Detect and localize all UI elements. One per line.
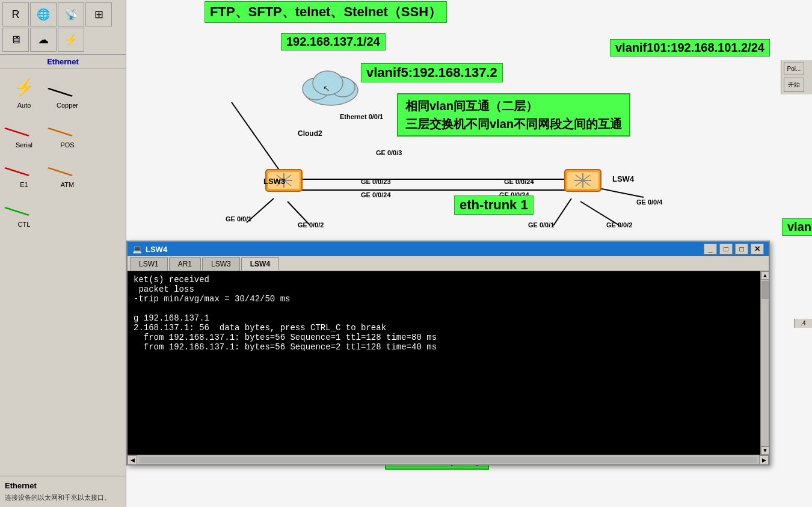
tab-lsw4[interactable]: LSW4	[241, 257, 279, 271]
device-ctl[interactable]: ╲ CTL	[4, 192, 45, 229]
category-label: Ethernet	[0, 55, 126, 69]
ethtrunk-annotation: eth-trunk 1	[454, 195, 534, 215]
right-controls: Poi... 开始	[781, 60, 812, 94]
device-copper[interactable]: ╲ Copper	[47, 73, 88, 110]
ge004-lsw4-label: GE 0/0/4	[636, 198, 662, 206]
ge001-lsw3-label: GE 0/0/1	[226, 215, 251, 223]
terminal-title: LSW4	[146, 245, 167, 254]
maximize-button[interactable]: □	[735, 244, 748, 254]
terminal-line-7: from 192.168.137.1: bytes=56 Sequence=1 …	[134, 333, 763, 342]
poin-button[interactable]: Poi...	[784, 63, 804, 75]
restore-button[interactable]: □	[719, 244, 733, 254]
right-panel-label: .4	[794, 319, 812, 328]
info-desc: 连接设备的以太网和千兆以太接口。	[5, 493, 121, 503]
terminal-line-5: g 192.168.137.1	[134, 313, 763, 323]
pos-icon: ╲	[48, 107, 87, 146]
terminal-content[interactable]: ket(s) received packet loss -trip min/av…	[128, 271, 769, 455]
e1-icon: ╲	[4, 147, 43, 186]
cloud-shape: ↖	[298, 60, 364, 108]
serial-icon: ╲	[4, 107, 43, 146]
vlan-line1: 相同vlan间互通（二层）	[405, 97, 622, 115]
scroll-left-arrow[interactable]: ◀	[128, 455, 137, 465]
terminal-line-1: ket(s) received	[134, 275, 763, 284]
window-controls: _ □ □ ✕	[704, 244, 764, 254]
device-e1[interactable]: ╲ E1	[4, 152, 45, 189]
vlan-line2: 三层交换机不同vlan不同网段之间的互通	[405, 115, 622, 133]
ge0024-top-label: GE 0/0/24	[361, 191, 391, 198]
toolbar-btn-cloud[interactable]: ☁	[30, 28, 57, 52]
scroll-up-arrow[interactable]: ▲	[761, 271, 769, 280]
terminal-line-4	[134, 304, 763, 313]
atm-icon: ╲	[48, 147, 87, 186]
toolbar-btn-bolt[interactable]: ⚡	[58, 28, 84, 52]
copper-icon: ╲	[48, 67, 87, 106]
terminal-line-2: packet loss	[134, 284, 763, 294]
terminal-window: 💻 LSW4 _ □ □ ✕ LSW1 AR1 LSW3 LSW4 ket(s)…	[126, 241, 770, 466]
scroll-down-arrow[interactable]: ▼	[761, 446, 769, 455]
device-atm[interactable]: ╲ ATM	[47, 152, 88, 189]
terminal-line-3: -trip min/avg/max = 30/42/50 ms	[134, 294, 763, 304]
ge003-label: GE 0/0/3	[376, 149, 402, 156]
scroll-track-h[interactable]	[140, 457, 757, 463]
toolbar-btn-grid[interactable]: ⊞	[85, 2, 112, 26]
sidebar: R 🌐 📡 ⊞ 🖥 ☁ ⚡ Ethernet ⚡ Auto ╲ Copper ╲…	[0, 0, 126, 507]
vlan-info-box: 相同vlan间互通（二层） 三层交换机不同vlan不同网段之间的互通	[397, 93, 630, 137]
tab-lsw1[interactable]: LSW1	[130, 257, 168, 271]
toolbar-btn-globe[interactable]: 🌐	[30, 2, 57, 26]
svg-line-5	[553, 198, 571, 226]
terminal-icon: 💻	[132, 245, 142, 254]
terminal-tabs: LSW1 AR1 LSW3 LSW4	[128, 256, 769, 271]
ge002-lsw4-label: GE 0/0/2	[606, 221, 632, 229]
ge002-lsw3-label: GE 0/0/2	[298, 221, 324, 229]
terminal-vscrollbar[interactable]: ▲ ▼	[760, 271, 769, 455]
lsw4-label: LSW4	[612, 174, 634, 183]
toolbar-btn-wifi[interactable]: 📡	[58, 2, 84, 26]
lsw3-label: LSW3	[263, 177, 285, 186]
close-button[interactable]: ✕	[751, 244, 764, 254]
ge0023-label: GE 0/0/23	[361, 178, 391, 185]
toolbar-btn-r[interactable]: R	[2, 2, 29, 26]
scroll-thumb-v[interactable]	[761, 281, 769, 299]
cloud2-label: Cloud2	[298, 129, 322, 138]
tab-lsw3[interactable]: LSW3	[202, 257, 240, 271]
device-pos[interactable]: ╲ POS	[47, 112, 88, 150]
titlebar-left: 💻 LSW4	[132, 245, 167, 254]
svg-text:↖: ↖	[323, 84, 330, 93]
start-button[interactable]: 开始	[784, 78, 804, 92]
vlanif5-annotation: vlanif5:192.168.137.2	[361, 63, 503, 82]
ge0024-right-label: GE 0/0/24	[504, 178, 534, 185]
sidebar-info: Ethernet 连接设备的以太网和千兆以太接口。	[0, 476, 126, 508]
ftp-annotation: FTP、SFTP、telnet、Stelnet（SSH）	[205, 1, 447, 23]
vlan30-annotation: vlan30	[782, 218, 812, 236]
info-title: Ethernet	[5, 481, 121, 490]
terminal-titlebar: 💻 LSW4 _ □ □ ✕	[128, 242, 769, 256]
ip1-annotation: 192.168.137.1/24	[281, 33, 386, 51]
tab-ar1[interactable]: AR1	[169, 257, 201, 271]
device-serial[interactable]: ╲ Serial	[4, 112, 45, 150]
lsw4-switch[interactable]	[562, 164, 603, 199]
main-canvas: FTP、SFTP、telnet、Stelnet（SSH） 192.168.137…	[126, 0, 812, 507]
auto-icon: ⚡	[10, 74, 38, 100]
toolbar: R 🌐 📡 ⊞ 🖥 ☁ ⚡	[0, 0, 126, 55]
scroll-right-arrow[interactable]: ▶	[759, 455, 769, 465]
device-list: ⚡ Auto ╲ Copper ╲ Serial ╲ POS ╲ E1 ╲ AT…	[0, 69, 126, 233]
ge001-lsw4-label: GE 0/0/1	[528, 221, 554, 229]
minimize-button[interactable]: _	[704, 244, 717, 254]
ctl-icon: ╲	[4, 186, 43, 226]
eth001-label: Ethernet 0/0/1	[340, 113, 383, 120]
terminal-hscrollbar[interactable]: ◀ ▶	[128, 455, 769, 464]
toolbar-btn-monitor[interactable]: 🖥	[2, 28, 29, 52]
terminal-line-6: 2.168.137.1: 56 data bytes, press CTRL_C…	[134, 323, 763, 333]
terminal-line-8: from 192.168.137.1: bytes=56 Sequence=2 …	[134, 342, 763, 352]
vlanif101-annotation: vlanif101:192.168.101.2/24	[610, 39, 770, 57]
device-auto[interactable]: ⚡ Auto	[4, 73, 45, 110]
terminal-body-container: ket(s) received packet loss -trip min/av…	[128, 271, 769, 455]
